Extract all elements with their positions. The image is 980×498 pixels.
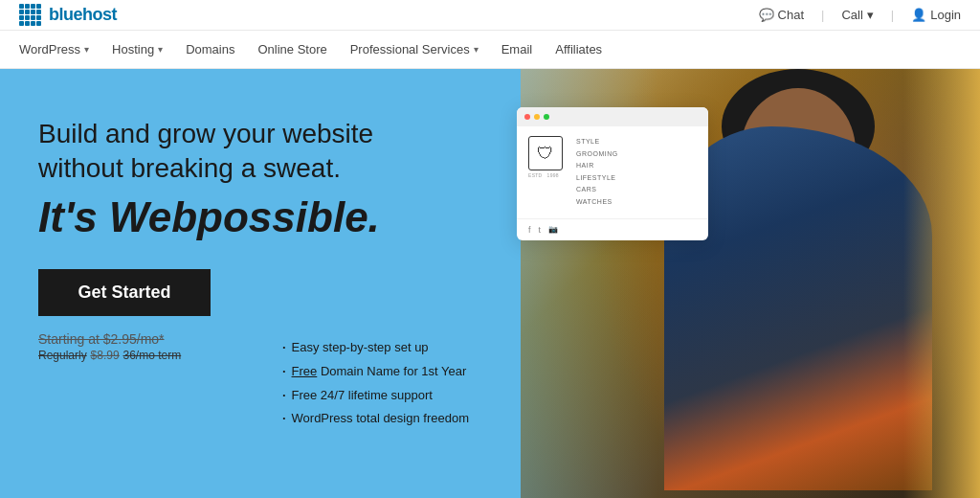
top-bar: bluehost 💬 Chat | Call ▾ | 👤 Login — [0, 0, 980, 31]
browser-logo-icon: 🛡 — [537, 144, 554, 164]
browser-bar — [517, 107, 708, 126]
nav-label-email: Email — [501, 42, 533, 57]
hero-title: It's Webpossible. — [38, 194, 459, 240]
browser-mockup: 🛡 ESTD 1998 STYLE GROOMING HAIR LIFESTYL… — [517, 107, 708, 240]
nav-item-domains[interactable]: Domains — [186, 42, 234, 57]
bullet-dot-3: · — [282, 384, 286, 408]
nav-label-wordpress: WordPress — [19, 42, 80, 57]
bullet-dot-2: · — [282, 360, 286, 384]
bullet-dot-4: · — [282, 407, 286, 431]
nav-item-email[interactable]: Email — [501, 42, 533, 57]
chat-bubble-icon: 💬 — [759, 8, 774, 22]
browser-nav: STYLE GROOMING HAIR LIFESTYLE CARS WATCH… — [576, 136, 618, 209]
nav-label-affiliates: Affiliates — [555, 42, 602, 57]
browser-nav-watches: WATCHES — [576, 196, 618, 209]
nav-item-wordpress[interactable]: WordPress ▾ — [19, 42, 89, 57]
logo-text: bluehost — [49, 5, 117, 25]
chat-button[interactable]: 💬 Chat — [759, 8, 804, 22]
old-price: $8.99 — [91, 349, 120, 362]
nav-label-domains: Domains — [186, 42, 234, 57]
call-label: Call — [841, 8, 862, 22]
logo[interactable]: bluehost — [19, 4, 117, 26]
browser-dot-green — [544, 114, 549, 120]
nav-label-hosting: Hosting — [112, 42, 154, 57]
hero-bullets: · Easy step-by-step set up · Free Domain… — [282, 336, 469, 431]
browser-dot-red — [524, 114, 530, 120]
term-label: 36/mo term — [123, 349, 182, 362]
bullet-3: · Free 24/7 lifetime support — [282, 384, 469, 408]
nav-item-hosting[interactable]: Hosting ▾ — [112, 42, 163, 57]
top-bar-actions: 💬 Chat | Call ▾ | 👤 Login — [759, 8, 961, 22]
call-button[interactable]: Call ▾ — [841, 8, 873, 22]
regularly-label: Regularly — [38, 349, 87, 362]
hero-section: Build and grow your website without brea… — [0, 69, 980, 498]
browser-content: 🛡 ESTD 1998 STYLE GROOMING HAIR LIFESTYL… — [517, 126, 708, 218]
browser-nav-style: STYLE — [576, 136, 618, 148]
bullet-text-3: Free 24/7 lifetime support — [292, 384, 433, 408]
browser-nav-hair: HAIR — [576, 160, 618, 172]
login-button[interactable]: 👤 Login — [911, 8, 961, 22]
bullet-dot-1: · — [282, 336, 286, 360]
login-label: Login — [930, 8, 961, 22]
nav-bar: WordPress ▾ Hosting ▾ Domains Online Sto… — [0, 31, 980, 69]
separator-2: | — [891, 8, 894, 22]
browser-nav-cars: CARS — [576, 184, 618, 196]
photo-light-edge — [903, 69, 980, 498]
call-arrow-icon: ▾ — [867, 8, 874, 22]
browser-dot-yellow — [534, 114, 540, 120]
nav-item-online-store[interactable]: Online Store — [257, 42, 326, 57]
logo-grid-icon — [19, 4, 41, 26]
hero-tagline: Build and grow your website without brea… — [38, 117, 459, 187]
bullet-text-4: WordPress total design freedom — [292, 407, 469, 431]
hero-right: 🛡 ESTD 1998 STYLE GROOMING HAIR LIFESTYL… — [498, 69, 980, 498]
price-label: Starting at $2.95/mo* — [38, 331, 165, 347]
nav-label-online-store: Online Store — [257, 42, 326, 57]
bullet-4: · WordPress total design freedom — [282, 407, 469, 431]
browser-logo-box: 🛡 — [528, 136, 563, 170]
free-underline: Free — [292, 364, 318, 378]
bullet-text-1: Easy step-by-step set up — [292, 336, 429, 360]
bullet-1: · Easy step-by-step set up — [282, 336, 469, 360]
chat-label: Chat — [778, 8, 804, 22]
bullet-2: · Free Domain Name for 1st Year — [282, 360, 469, 384]
nav-arrow-professional-services: ▾ — [474, 44, 479, 55]
browser-nav-lifestyle: LIFESTYLE — [576, 172, 618, 185]
get-started-button[interactable]: Get Started — [38, 269, 211, 316]
nav-item-professional-services[interactable]: Professional Services ▾ — [350, 42, 479, 57]
bullet-text-2: Free Domain Name for 1st Year — [292, 360, 467, 384]
browser-logo-sub: ESTD 1998 — [528, 172, 567, 178]
browser-nav-grooming: GROOMING — [576, 148, 618, 161]
hero-left: Build and grow your website without brea… — [0, 69, 498, 498]
browser-social-instagram: 📷 — [548, 225, 558, 235]
separator-1: | — [821, 8, 824, 22]
browser-footer: f t 📷 — [517, 218, 708, 240]
browser-social-facebook: f — [528, 225, 531, 235]
nav-arrow-wordpress: ▾ — [84, 44, 89, 55]
nav-item-affiliates[interactable]: Affiliates — [555, 42, 602, 57]
nav-label-professional-services: Professional Services — [350, 42, 470, 57]
browser-logo-area: 🛡 ESTD 1998 — [528, 136, 567, 209]
user-icon: 👤 — [911, 8, 926, 22]
browser-social-twitter: t — [539, 225, 542, 235]
nav-arrow-hosting: ▾ — [158, 44, 163, 55]
